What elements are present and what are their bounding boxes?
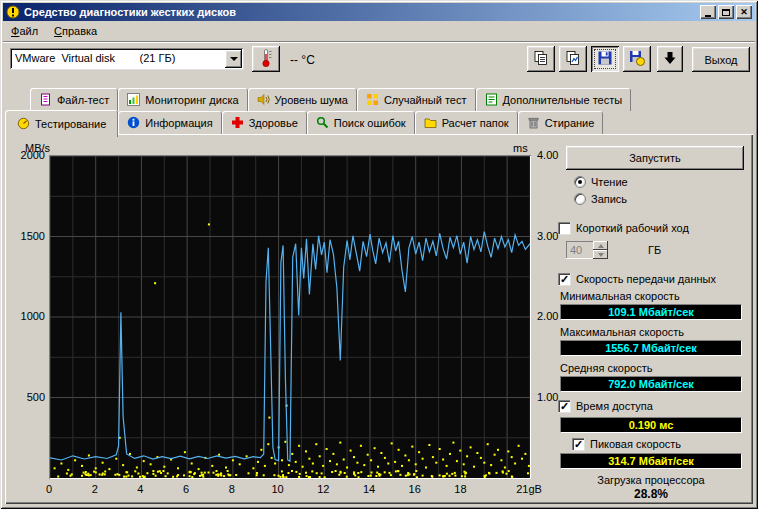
checklist-icon: [485, 93, 498, 106]
titlebar[interactable]: Средство диагностики жестких дисков ✕: [3, 3, 755, 21]
exit-button[interactable]: Выход: [692, 47, 750, 72]
short-stroke-label: Короткий рабочий ход: [576, 222, 689, 235]
tab-label: Дополнительные тесты: [503, 94, 623, 106]
menubar: Файл Справка: [3, 21, 755, 42]
write-radio-label: Запись: [591, 193, 627, 205]
save-report-button[interactable]: [591, 46, 619, 72]
combo-dropdown-button[interactable]: [225, 50, 242, 68]
magnifier-icon: [316, 116, 329, 129]
maximize-button[interactable]: [718, 5, 734, 19]
copy-report-button[interactable]: [527, 46, 555, 72]
avg-speed-label: Средняя скорость: [560, 362, 652, 374]
tab-label: Здоровье: [249, 117, 298, 129]
checkbox-box: ✓: [558, 273, 571, 286]
info-icon: [127, 116, 140, 129]
checkbox-box: ✓: [558, 400, 571, 413]
testing-gauge-icon: [17, 117, 30, 130]
close-icon: ✕: [740, 8, 748, 17]
checkbox-box: [558, 222, 571, 235]
export-button[interactable]: [623, 46, 651, 72]
trash-icon: [527, 116, 540, 129]
read-radio[interactable]: Чтение: [574, 176, 628, 188]
min-speed-value: 109.1 Мбайт/сек: [560, 304, 742, 320]
save-icon: [597, 50, 613, 68]
copy-graph-button[interactable]: [559, 46, 587, 72]
app-window: Средство диагностики жестких дисков ✕ Фа…: [0, 0, 758, 509]
x-axis-tick: 2: [78, 483, 112, 495]
x-axis-tick: 8: [215, 483, 249, 495]
y-axis-right-unit: ms: [513, 142, 528, 154]
access-time-label: Время доступа: [576, 400, 653, 413]
avg-speed-value: 792.0 Мбайт/сек: [560, 376, 742, 392]
disk-selector-combo[interactable]: VMware Virtual disk (21 ГБ): [10, 48, 244, 70]
spin-down-button[interactable]: [593, 250, 608, 259]
folder-icon: [424, 116, 437, 129]
tab-label: Случайный тест: [384, 94, 467, 106]
spin-up-button[interactable]: [593, 241, 608, 250]
random-test-icon: [366, 93, 379, 106]
tab-row-front: Тестирование Информация Здоровье Поиск о…: [5, 111, 603, 134]
short-stroke-checkbox[interactable]: Короткий рабочий ход: [558, 222, 689, 235]
disk-selector-value: VMware Virtual disk (21 ГБ): [15, 52, 175, 64]
tab-label: Информация: [145, 117, 212, 129]
tab-label: Мониторинг диска: [145, 94, 238, 106]
chevron-up-icon: [598, 244, 604, 248]
tab-file-test[interactable]: Файл-тест: [30, 88, 118, 111]
max-speed-value: 1556.7 Мбайт/сек: [560, 340, 742, 356]
chart-area: MB/s ms 2000150010005004.003.002.001.000…: [5, 134, 550, 504]
temperature-button[interactable]: [252, 46, 280, 72]
check-icon: ✓: [560, 401, 569, 412]
down-arrow-icon: [662, 50, 678, 68]
tab-erase[interactable]: Стирание: [518, 111, 604, 134]
short-stroke-size-value: 40: [566, 241, 593, 259]
y-axis-left-tick: 2000: [7, 149, 45, 161]
cpu-usage-value: 28.8%: [560, 487, 742, 501]
transfer-rate-label: Скорость передачи данных: [576, 273, 716, 286]
minimize-button[interactable]: [700, 5, 716, 19]
tab-label: Файл-тест: [57, 94, 109, 106]
start-button[interactable]: Запустить: [566, 146, 744, 170]
tab-health[interactable]: Здоровье: [222, 111, 307, 134]
temperature-value: -- °C: [290, 53, 315, 67]
x-axis-tick: 4: [123, 483, 157, 495]
check-icon: ✓: [574, 439, 583, 450]
transfer-rate-checkbox[interactable]: ✓ Скорость передачи данных: [558, 273, 716, 286]
burst-speed-checkbox[interactable]: ✓ Пиковая скорость: [572, 438, 681, 451]
read-radio-label: Чтение: [591, 176, 628, 188]
thermometer-icon: [258, 48, 274, 70]
tab-folder-size[interactable]: Расчет папок: [415, 111, 518, 134]
tab-noise-level[interactable]: Уровень шума: [248, 88, 357, 111]
short-stroke-size-field[interactable]: 40: [566, 241, 608, 259]
min-speed-label: Минимальная скорость: [560, 290, 680, 302]
menu-file[interactable]: Файл: [3, 22, 46, 40]
menu-help[interactable]: Справка: [46, 22, 105, 40]
radio-circle: [574, 193, 586, 205]
burst-speed-label: Пиковая скорость: [590, 438, 681, 451]
tab-additional-tests[interactable]: Дополнительные тесты: [476, 88, 632, 111]
access-time-checkbox[interactable]: ✓ Время доступа: [558, 400, 653, 413]
tab-label: Поиск ошибок: [334, 117, 406, 129]
write-radio[interactable]: Запись: [574, 193, 627, 205]
tab-information[interactable]: Информация: [118, 111, 221, 134]
testing-tab-page: MB/s ms 2000150010005004.003.002.001.000…: [5, 134, 753, 504]
monitoring-icon: [127, 93, 140, 106]
gb-unit-label: ГБ: [648, 244, 661, 256]
scroll-down-button[interactable]: [657, 46, 683, 72]
x-axis-tick: 10: [261, 483, 295, 495]
access-time-value: 0.190 мс: [560, 417, 742, 433]
tab-testing[interactable]: Тестирование: [5, 110, 118, 137]
y-axis-left-tick: 1500: [7, 230, 45, 242]
tab-random-test[interactable]: Случайный тест: [357, 88, 476, 111]
speed-chart-plot: [49, 155, 531, 479]
tab-error-scan[interactable]: Поиск ошибок: [307, 111, 415, 134]
chevron-down-icon: [598, 253, 604, 257]
minimize-icon: [705, 15, 711, 17]
tab-disk-monitoring[interactable]: Мониторинг диска: [118, 88, 247, 111]
x-axis-tick: 0: [32, 483, 66, 495]
max-speed-label: Максимальная скорость: [560, 326, 684, 338]
x-axis-tick: 12: [306, 483, 340, 495]
file-test-icon: [39, 93, 52, 106]
cpu-usage-label: Загрузка процессора: [560, 474, 742, 486]
close-button[interactable]: ✕: [736, 5, 752, 19]
app-icon: [6, 5, 20, 19]
